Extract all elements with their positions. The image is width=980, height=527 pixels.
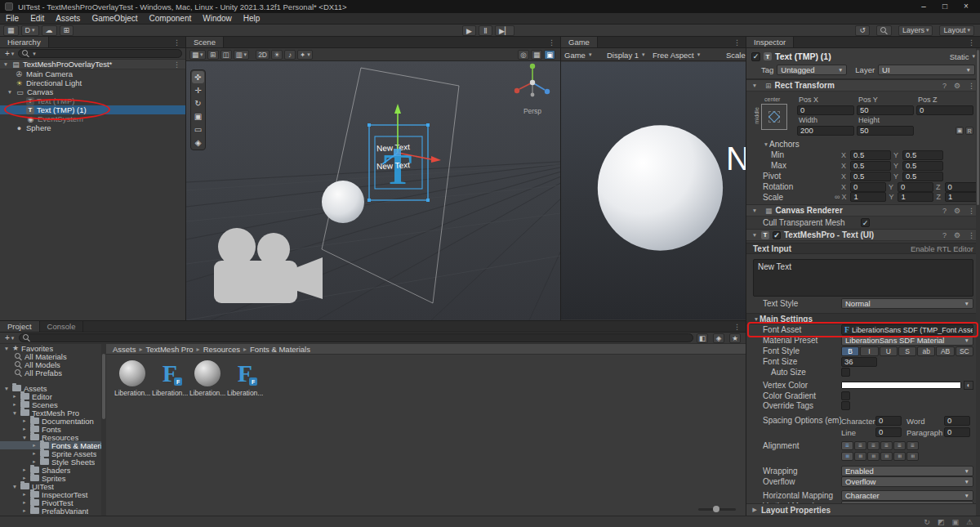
refresh-status-icon[interactable]: ↻ bbox=[924, 518, 930, 526]
move-tool-icon[interactable]: ✛ bbox=[192, 84, 204, 96]
folder-prefabvariant[interactable]: ▸PrefabVariant bbox=[0, 507, 101, 515]
align-capline-button[interactable]: ≡ bbox=[906, 452, 919, 461]
scale-y-field[interactable]: 1 bbox=[898, 192, 933, 202]
anchors-foldout[interactable]: ▼ Anchors bbox=[746, 139, 980, 150]
paragraph-spacing-field[interactable]: 0 bbox=[944, 427, 970, 437]
tab-inspector[interactable]: Inspector bbox=[746, 37, 794, 47]
grid-snap-icon[interactable]: ⊞ bbox=[207, 50, 219, 60]
hierarchy-item-text-tmp-1[interactable]: T Text (TMP) (1) bbox=[0, 105, 185, 114]
folder-inspectortest[interactable]: ▸InspectorTest bbox=[0, 490, 101, 498]
vertex-color-swatch[interactable] bbox=[841, 382, 961, 389]
favorite-all-materials[interactable]: All Materials bbox=[0, 352, 101, 360]
folder-sprites[interactable]: ▸Sprites bbox=[0, 474, 101, 482]
scrollbar-thumb[interactable] bbox=[102, 354, 105, 419]
foldout-icon[interactable]: ▼ bbox=[3, 346, 10, 351]
scale-slider[interactable]: Scale bbox=[726, 48, 746, 61]
align-right-button[interactable]: ≡ bbox=[867, 441, 880, 450]
max-y-field[interactable]: 0.5 bbox=[902, 161, 943, 171]
scene-viewport[interactable]: T New Text New Text Persp bbox=[186, 61, 560, 320]
maximize-button[interactable]: □ bbox=[934, 0, 956, 13]
help-icon[interactable]: ? bbox=[942, 82, 947, 90]
transform-tool-icon[interactable]: ◈ bbox=[192, 136, 204, 149]
rotation-y-field[interactable]: 0 bbox=[898, 182, 933, 192]
search-by-type-icon[interactable]: ◧ bbox=[697, 333, 708, 343]
text-input-bar[interactable]: Text Input Enable RTL Editor bbox=[746, 243, 980, 254]
character-spacing-field[interactable]: 0 bbox=[875, 416, 902, 426]
raw-edit-button[interactable]: R bbox=[965, 127, 973, 135]
main-settings-bar[interactable]: ▼ Main Settings bbox=[746, 313, 980, 324]
hierarchy-search-input[interactable]: ▾ bbox=[18, 49, 182, 58]
folder-uitest[interactable]: ▼UITest bbox=[0, 482, 101, 490]
text-value-area[interactable]: New Text bbox=[753, 259, 973, 297]
material-preset-dropdown[interactable]: LiberationSans SDF Material▼ bbox=[841, 335, 973, 346]
folder-resources[interactable]: ▼Resources bbox=[0, 433, 101, 441]
align-justify-button[interactable]: ≡ bbox=[880, 441, 893, 450]
anchor-preset-widget[interactable]: center middle bbox=[753, 96, 789, 136]
menu-assets[interactable]: Assets bbox=[50, 13, 86, 25]
project-menu-icon[interactable]: ⋮ bbox=[728, 321, 746, 332]
underline-button[interactable]: U bbox=[880, 346, 898, 356]
auto-size-checkbox[interactable] bbox=[841, 368, 850, 377]
layout-properties-header[interactable]: ▶ Layout Properties bbox=[746, 503, 980, 516]
hierarchy-item-canvas[interactable]: ▼ ▭ Canvas bbox=[0, 87, 185, 96]
foldout-icon[interactable]: ▸ bbox=[11, 401, 18, 408]
presets-icon[interactable]: ⚙ bbox=[954, 82, 960, 90]
line-spacing-field[interactable]: 0 bbox=[875, 427, 902, 437]
thumbnail-zoom-slider[interactable] bbox=[698, 508, 736, 511]
text-style-dropdown[interactable]: Normal▼ bbox=[841, 298, 973, 309]
hierarchy-item-sphere[interactable]: ● Sphere bbox=[0, 123, 185, 132]
tag-dropdown[interactable]: Untagged▼ bbox=[777, 65, 847, 75]
foldout-icon[interactable]: ▶ bbox=[751, 507, 758, 513]
layers-dropdown[interactable]: Layers▾ bbox=[898, 25, 933, 36]
eyedropper-icon[interactable]: ◐ bbox=[964, 381, 973, 390]
menu-window[interactable]: Window bbox=[197, 13, 238, 25]
foldout-icon[interactable]: ▼ bbox=[763, 141, 769, 147]
wrapping-dropdown[interactable]: Enabled▼ bbox=[841, 466, 973, 476]
lowercase-button[interactable]: ab bbox=[917, 346, 935, 356]
lighting-toggle-icon[interactable]: ☀ bbox=[271, 50, 283, 60]
rotation-z-field[interactable]: 0 bbox=[945, 182, 980, 192]
tmp-enabled-checkbox[interactable]: ✓ bbox=[773, 231, 781, 239]
strikethrough-button[interactable]: S bbox=[898, 346, 916, 356]
horizontal-mapping-dropdown[interactable]: Character▼ bbox=[841, 490, 973, 501]
pause-button[interactable]: Ⅱ bbox=[479, 25, 492, 36]
warning-status-icon[interactable]: ⚠ bbox=[966, 518, 973, 526]
hierarchy-item-text-tmp[interactable]: T Text (TMP) bbox=[0, 96, 185, 105]
help-icon[interactable]: ? bbox=[942, 207, 947, 215]
grid-icon[interactable]: ▦ bbox=[3, 25, 19, 36]
search-button[interactable] bbox=[876, 25, 892, 36]
pivot-y-field[interactable]: 0.5 bbox=[902, 172, 943, 181]
scene-root-row[interactable]: ▼ ▤ TextMeshProOverlayTest* ⋮ bbox=[0, 60, 185, 69]
menu-gameobject[interactable]: GameObject bbox=[86, 13, 143, 25]
align-left-button[interactable]: ≡ bbox=[841, 441, 853, 450]
view-hand-tool-icon[interactable]: ✜ bbox=[192, 71, 204, 83]
align-center-button[interactable]: ≡ bbox=[854, 441, 866, 450]
smallcaps-button[interactable]: SC bbox=[956, 346, 973, 356]
audio-toggle-icon[interactable]: ♪ bbox=[284, 50, 296, 60]
hierarchy-item-eventsystem[interactable]: ◉ EventSystem bbox=[0, 114, 185, 123]
game-mode-dropdown[interactable]: Game▾ bbox=[564, 48, 591, 61]
tab-scene[interactable]: Scene bbox=[186, 37, 224, 47]
link-scale-icon[interactable]: ∞ bbox=[835, 193, 840, 201]
layout-dropdown[interactable]: Layout▾ bbox=[939, 25, 974, 36]
scrollbar-thumb[interactable] bbox=[977, 50, 979, 205]
folder-documentation[interactable]: ▸Documentation bbox=[0, 417, 101, 425]
pos-z-field[interactable]: 0 bbox=[916, 105, 973, 115]
slider-knob[interactable] bbox=[713, 506, 719, 512]
foldout-icon[interactable]: ▼ bbox=[751, 83, 758, 88]
folder-pivottest[interactable]: ▸PivotTest bbox=[0, 498, 101, 507]
step-button[interactable]: ▶▏ bbox=[495, 25, 514, 36]
camera-settings-icon[interactable]: ▣ bbox=[544, 50, 555, 60]
cull-checkbox[interactable]: ✓ bbox=[861, 218, 870, 227]
folder-fonts[interactable]: ▸Fonts bbox=[0, 425, 101, 433]
overflow-dropdown[interactable]: Overflow▼ bbox=[841, 476, 973, 487]
menu-component[interactable]: Component bbox=[144, 13, 198, 25]
align-middle-button[interactable]: ≡ bbox=[854, 452, 866, 461]
visibility-icon[interactable]: ◎ bbox=[518, 50, 529, 60]
foldout-icon[interactable]: ▸ bbox=[31, 442, 38, 449]
scene-menu-icon[interactable]: ⋮ bbox=[168, 60, 185, 69]
activity-status-icon[interactable]: ▣ bbox=[951, 518, 959, 526]
foldout-icon[interactable]: ▼ bbox=[2, 61, 9, 67]
tab-game[interactable]: Game bbox=[561, 37, 598, 47]
foldout-icon[interactable]: ▸ bbox=[21, 507, 28, 514]
